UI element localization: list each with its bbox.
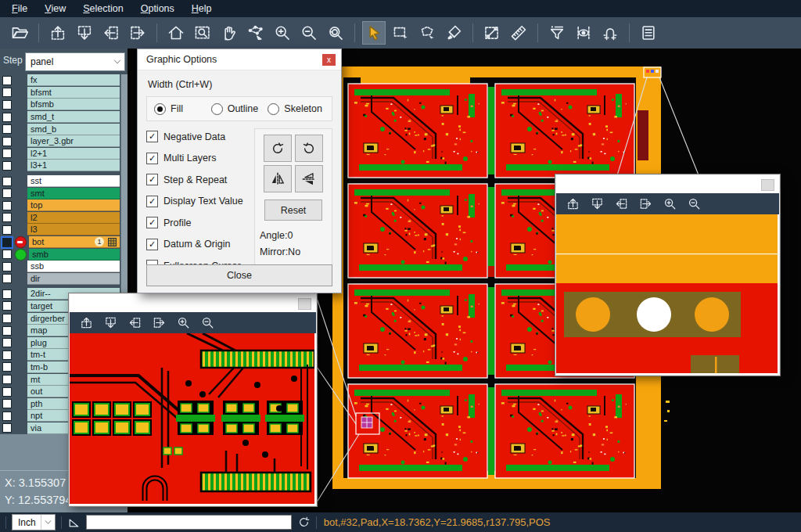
- layer-visibility-checkbox[interactable]: [2, 412, 12, 421]
- radio-circle[interactable]: [268, 103, 279, 115]
- zoom-previous-icon[interactable]: [324, 21, 347, 45]
- checkbox-step-repeat[interactable]: ✓Step & Repeat: [146, 174, 250, 185]
- move-shape-icon[interactable]: [244, 21, 268, 45]
- layer-name[interactable]: l2+1: [27, 148, 120, 160]
- angle-snap-icon[interactable]: [67, 516, 81, 529]
- home-icon[interactable]: [164, 21, 188, 45]
- layer-row-bfsmt[interactable]: bfsmt: [0, 87, 128, 99]
- layer-visibility-checkbox[interactable]: [2, 274, 12, 283]
- radio-circle[interactable]: [154, 103, 166, 115]
- refresh-icon[interactable]: [297, 516, 311, 529]
- layer-visibility-checkbox[interactable]: [2, 362, 12, 372]
- layer-row-smd_b[interactable]: smd_b: [0, 123, 128, 135]
- layer-visibility-checkbox[interactable]: [2, 225, 12, 235]
- layer-name[interactable]: bot1: [29, 236, 120, 248]
- layer-row-fx[interactable]: fx: [0, 74, 128, 87]
- pan-left-icon[interactable]: [613, 196, 629, 212]
- layer-row-l3[interactable]: l3: [0, 224, 128, 236]
- zoom-window-title-bar[interactable]: [70, 294, 316, 312]
- layer-row-top[interactable]: top: [0, 200, 128, 212]
- layer-visibility-checkbox[interactable]: [2, 189, 12, 198]
- layer-row-smt[interactable]: smt: [0, 187, 128, 200]
- layer-visibility-checkbox[interactable]: [2, 238, 12, 247]
- radio-outline[interactable]: Outline: [211, 103, 268, 115]
- close-button[interactable]: Close: [146, 264, 332, 286]
- layer-visibility-checkbox[interactable]: [2, 423, 12, 433]
- layer-name[interactable]: smd_b: [27, 124, 120, 135]
- pan-left-icon[interactable]: [127, 315, 142, 331]
- checkbox-box[interactable]: ✓: [146, 153, 158, 164]
- checkbox-multi-layers[interactable]: ✓Multi Layers: [146, 153, 250, 164]
- measure-line-icon[interactable]: [480, 21, 504, 45]
- checkbox-box[interactable]: ✓: [146, 131, 158, 142]
- step-repeat-grid-icon[interactable]: [108, 238, 117, 246]
- layer-row-l2[interactable]: l2: [0, 212, 128, 225]
- zoom-window-button[interactable]: [761, 179, 774, 191]
- pointer-select-icon[interactable]: [362, 21, 386, 45]
- brush-icon[interactable]: [442, 21, 465, 45]
- layer-visibility-checkbox[interactable]: [2, 149, 12, 158]
- layer-row-bot[interactable]: bot1: [0, 236, 128, 249]
- layer-visibility-checkbox[interactable]: [2, 399, 12, 408]
- layer-row-smd_t[interactable]: smd_t: [0, 111, 128, 124]
- zoom-in-icon[interactable]: [271, 21, 294, 45]
- pan-down-icon[interactable]: [102, 315, 118, 331]
- layer-visibility-checkbox[interactable]: [2, 289, 12, 299]
- unit-selector[interactable]: Inch: [12, 514, 56, 530]
- layer-visibility-checkbox[interactable]: [2, 88, 12, 97]
- layer-name[interactable]: layer_3.gbr: [27, 135, 120, 147]
- layer-visibility-checkbox[interactable]: [2, 375, 12, 384]
- zoom-window-button[interactable]: [298, 298, 311, 310]
- layer-name[interactable]: bfsmb: [27, 99, 120, 110]
- command-input[interactable]: [86, 515, 292, 530]
- zoom-window-title-bar[interactable]: [556, 175, 779, 193]
- layer-row-dir[interactable]: dir: [0, 273, 128, 286]
- reset-button[interactable]: Reset: [264, 200, 322, 221]
- layer-name[interactable]: fx: [27, 74, 120, 86]
- ruler-icon[interactable]: [507, 21, 530, 45]
- checkbox-display-text-value[interactable]: ✓Display Text Value: [146, 196, 250, 207]
- layer-name[interactable]: l2: [27, 212, 120, 224]
- layer-visibility-checkbox[interactable]: [2, 326, 12, 336]
- layer-name[interactable]: ssb: [27, 261, 120, 272]
- pan-right-icon[interactable]: [126, 21, 149, 45]
- menu-item-help[interactable]: Help: [183, 0, 221, 17]
- layer-name[interactable]: top: [27, 200, 120, 211]
- checkbox-box[interactable]: ✓: [146, 217, 158, 228]
- menu-item-options[interactable]: Options: [132, 0, 183, 17]
- layer-visibility-checkbox[interactable]: [2, 161, 12, 171]
- layer-visibility-checkbox[interactable]: [2, 201, 12, 210]
- checkbox-box[interactable]: ✓: [146, 174, 158, 185]
- layer-visibility-checkbox[interactable]: [2, 262, 12, 271]
- layer-visibility-checkbox[interactable]: [2, 137, 12, 146]
- layer-visibility-checkbox[interactable]: [2, 387, 12, 397]
- checkbox-box[interactable]: ✓: [146, 239, 158, 250]
- layer-row-sst[interactable]: sst: [0, 175, 128, 188]
- rotate-cw-button[interactable]: [264, 135, 292, 162]
- layer-visibility-checkbox[interactable]: [2, 314, 12, 323]
- layer-row-smb[interactable]: smb: [0, 248, 128, 261]
- report-icon[interactable]: [637, 21, 660, 45]
- pan-up-icon[interactable]: [565, 196, 580, 212]
- zoom-window-view[interactable]: [70, 333, 316, 504]
- zoom-window-icon[interactable]: [191, 21, 214, 45]
- filter-icon[interactable]: [545, 21, 569, 45]
- checkbox-profile[interactable]: ✓Profile: [146, 217, 250, 228]
- checkbox-box[interactable]: ✓: [146, 196, 158, 207]
- poly-select-icon[interactable]: [415, 21, 439, 45]
- layer-visibility-checkbox[interactable]: [2, 100, 12, 110]
- rotate-ccw-button[interactable]: [295, 135, 323, 162]
- pan-left-icon[interactable]: [99, 21, 123, 45]
- radio-circle[interactable]: [211, 103, 223, 115]
- menu-item-selection[interactable]: Selection: [74, 0, 131, 17]
- layer-visibility-checkbox[interactable]: [2, 213, 12, 222]
- layer-visibility-checkbox[interactable]: [2, 124, 12, 134]
- layer-name[interactable]: smd_t: [27, 111, 120, 123]
- pan-down-icon[interactable]: [73, 21, 96, 45]
- layer-row-l3+1[interactable]: l3+1: [0, 160, 128, 172]
- zoom-in-icon[interactable]: [662, 196, 677, 212]
- layer-name[interactable]: bfsmt: [27, 87, 120, 99]
- layer-visibility-checkbox[interactable]: [2, 350, 12, 360]
- pan-up-icon[interactable]: [78, 315, 94, 331]
- step-selector[interactable]: panel: [25, 52, 125, 71]
